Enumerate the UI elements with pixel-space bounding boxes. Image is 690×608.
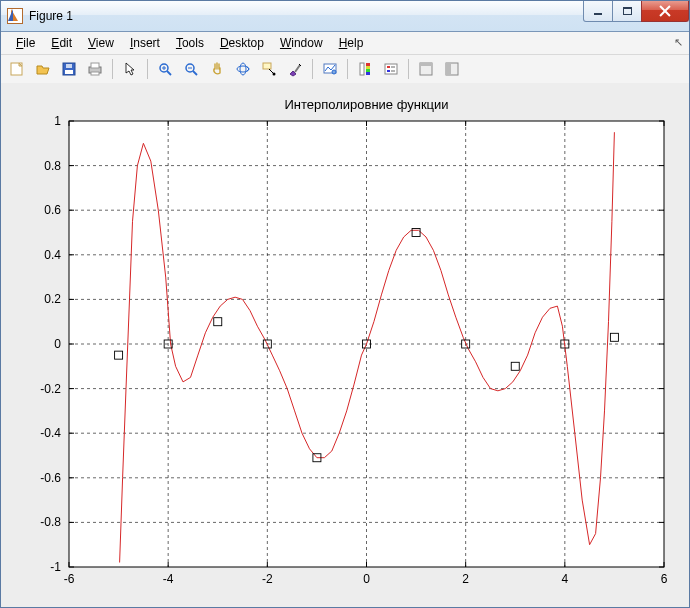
data-cursor-icon — [261, 61, 277, 77]
toolbar-separator — [147, 59, 148, 79]
svg-rect-22 — [360, 63, 364, 75]
toolbar-separator — [408, 59, 409, 79]
svg-line-8 — [167, 71, 171, 75]
figure-canvas-area: Интерполировние функции-6-4-20246-1-0.8-… — [1, 83, 689, 607]
print-icon — [87, 61, 103, 77]
zoom-in-icon — [157, 61, 173, 77]
title-bar[interactable]: Figure 1 — [1, 1, 689, 32]
svg-point-21 — [332, 70, 336, 74]
chart-svg: Интерполировние функции-6-4-20246-1-0.8-… — [11, 93, 679, 599]
print-button[interactable] — [83, 57, 107, 81]
minimize-icon — [594, 13, 602, 15]
window-buttons — [584, 1, 689, 21]
menu-insert[interactable]: Insert — [123, 34, 167, 52]
save-icon — [61, 61, 77, 77]
svg-rect-16 — [263, 63, 271, 69]
dock-icon — [444, 61, 460, 77]
svg-line-19 — [295, 65, 300, 72]
svg-rect-5 — [91, 63, 99, 68]
open-button[interactable] — [31, 57, 55, 81]
svg-rect-35 — [446, 63, 451, 75]
matlab-icon — [7, 8, 23, 24]
menu-help[interactable]: Help — [332, 34, 371, 52]
toolbar-separator — [312, 59, 313, 79]
ytick-label: 0.8 — [44, 159, 61, 173]
chart-title: Интерполировние функции — [284, 97, 448, 112]
svg-rect-24 — [366, 66, 370, 69]
xtick-label: -6 — [64, 572, 75, 586]
brush-icon — [287, 61, 303, 77]
data-cursor-button[interactable] — [257, 57, 281, 81]
ytick-label: -1 — [50, 560, 61, 574]
svg-rect-6 — [91, 72, 99, 75]
axes-container[interactable]: Интерполировние функции-6-4-20246-1-0.8-… — [11, 93, 679, 597]
xtick-label: 4 — [561, 572, 568, 586]
legend-icon — [383, 61, 399, 77]
figure-window: Figure 1 FileEditViewInsertToolsDesktopW… — [0, 0, 690, 608]
close-icon — [659, 5, 671, 17]
svg-rect-3 — [66, 64, 72, 68]
toolbar-separator — [347, 59, 348, 79]
ytick-label: 0.4 — [44, 248, 61, 262]
svg-rect-26 — [366, 72, 370, 75]
link-plot-icon — [322, 61, 338, 77]
brush-button[interactable] — [283, 57, 307, 81]
ytick-label: -0.8 — [40, 515, 61, 529]
ytick-label: 0 — [54, 337, 61, 351]
rotate3d-button[interactable] — [231, 57, 255, 81]
svg-rect-2 — [65, 70, 73, 74]
close-button[interactable] — [641, 1, 689, 22]
link-plot-button[interactable] — [318, 57, 342, 81]
xtick-label: 2 — [462, 572, 469, 586]
menu-window[interactable]: Window — [273, 34, 330, 52]
menu-tools[interactable]: Tools — [169, 34, 211, 52]
svg-point-18 — [273, 73, 276, 76]
maximize-icon — [623, 7, 632, 15]
toolbar — [1, 55, 689, 84]
zoom-out-button[interactable] — [179, 57, 203, 81]
legend-button[interactable] — [379, 57, 403, 81]
save-button[interactable] — [57, 57, 81, 81]
ytick-label: 0.2 — [44, 292, 61, 306]
svg-point-15 — [240, 63, 246, 75]
svg-rect-25 — [366, 69, 370, 72]
window-title: Figure 1 — [29, 9, 73, 23]
svg-rect-27 — [385, 64, 397, 74]
hide-tools-button[interactable] — [414, 57, 438, 81]
pan-button[interactable] — [205, 57, 229, 81]
ytick-label: -0.6 — [40, 471, 61, 485]
svg-rect-33 — [420, 63, 432, 66]
menu-edit[interactable]: Edit — [44, 34, 79, 52]
hide-tools-icon — [418, 61, 434, 77]
dock-button[interactable] — [440, 57, 464, 81]
maximize-button[interactable] — [612, 1, 642, 22]
menu-file[interactable]: File — [9, 34, 42, 52]
toolbar-separator — [112, 59, 113, 79]
colorbar-button[interactable] — [353, 57, 377, 81]
ytick-label: -0.4 — [40, 426, 61, 440]
new-figure-button[interactable] — [5, 57, 29, 81]
colorbar-icon — [357, 61, 373, 77]
xtick-label: 6 — [661, 572, 668, 586]
svg-line-12 — [193, 71, 197, 75]
xtick-label: 0 — [363, 572, 370, 586]
ytick-label: -0.2 — [40, 382, 61, 396]
new-figure-icon — [9, 61, 25, 77]
xtick-label: -2 — [262, 572, 273, 586]
minimize-button[interactable] — [583, 1, 613, 22]
pan-icon — [209, 61, 225, 77]
menu-view[interactable]: View — [81, 34, 121, 52]
pointer-button[interactable] — [118, 57, 142, 81]
toolbar-reveal-icon[interactable]: ↖ — [674, 36, 683, 49]
menu-bar: FileEditViewInsertToolsDesktopWindowHelp… — [1, 32, 689, 55]
zoom-out-icon — [183, 61, 199, 77]
zoom-in-button[interactable] — [153, 57, 177, 81]
xtick-label: -4 — [163, 572, 174, 586]
rotate3d-icon — [235, 61, 251, 77]
open-icon — [35, 61, 51, 77]
svg-rect-23 — [366, 63, 370, 66]
ytick-label: 0.6 — [44, 203, 61, 217]
pointer-icon — [122, 61, 138, 77]
ytick-label: 1 — [54, 114, 61, 128]
menu-desktop[interactable]: Desktop — [213, 34, 271, 52]
